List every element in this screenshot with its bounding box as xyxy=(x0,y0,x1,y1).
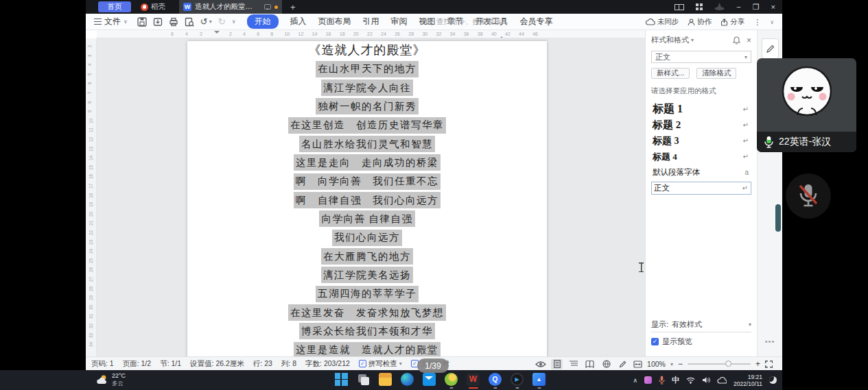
selected-text: 我们心向远方 xyxy=(332,230,402,246)
ribbon-tab-审阅[interactable]: 审阅 xyxy=(391,16,408,27)
restore-button[interactable]: ❐ xyxy=(753,3,760,10)
onedrive-icon[interactable] xyxy=(717,377,727,384)
collapse-ribbon-icon[interactable]: ∨ xyxy=(770,19,774,25)
skin-theme-icon[interactable] xyxy=(714,3,725,11)
current-style-dropdown[interactable]: 正文 ▾ xyxy=(651,51,751,63)
minimize-button[interactable]: − xyxy=(736,3,740,10)
fullscreen-icon[interactable] xyxy=(765,361,773,368)
ribbon-tab-引用[interactable]: 引用 xyxy=(363,16,379,27)
share-button[interactable]: 分享 xyxy=(720,17,744,27)
style-item-标题 3[interactable]: 标题 3↵ xyxy=(646,133,757,149)
taskbar-app-mail[interactable] xyxy=(423,373,436,386)
export-icon[interactable] xyxy=(153,17,163,27)
redo-button[interactable]: ↻ xyxy=(218,16,226,27)
tray-app-icon[interactable] xyxy=(644,376,652,384)
tab-docer[interactable]: 稻壳 xyxy=(141,2,165,12)
ribbon-right-cluster: 未同步 协作 分享 ⋮ ∨ xyxy=(646,14,774,30)
indent-marker[interactable] xyxy=(214,31,220,38)
ribbon-tab-插入[interactable]: 插入 xyxy=(290,16,307,27)
collaborate-button[interactable]: 协作 xyxy=(688,17,712,27)
zoom-in-button[interactable]: + xyxy=(755,359,760,369)
ribbon-tab-页面布局[interactable]: 页面布局 xyxy=(318,16,351,27)
more-options-icon[interactable]: ⋮ xyxy=(753,18,761,27)
show-filter-dropdown[interactable]: 显示: 有效样式 ▾ xyxy=(651,319,751,332)
window-controls: − ❐ × xyxy=(675,3,775,11)
right-indent-icon[interactable] xyxy=(499,34,504,38)
print-icon[interactable] xyxy=(169,17,178,27)
taskbar-app-edge[interactable] xyxy=(401,373,414,386)
taskbar-app-start[interactable] xyxy=(335,373,348,386)
document-page[interactable]: 《造就人才的殿堂》 在山水甲天下的地方漓江学院令人向往独树一帜的名门新秀在这里创… xyxy=(187,41,547,356)
tray-expand-icon[interactable]: ∧ xyxy=(633,377,637,384)
taskbar-app-wps[interactable]: W xyxy=(467,373,480,386)
tab-home[interactable]: 首页 xyxy=(98,1,131,12)
zoom-level[interactable]: 100% xyxy=(647,360,666,368)
tab-docer-label: 稻壳 xyxy=(151,2,165,12)
command-search[interactable]: 查找命令、搜索模板 xyxy=(425,16,502,27)
print-preview-icon[interactable] xyxy=(185,17,194,27)
zoom-slider-knob[interactable] xyxy=(725,361,731,367)
taskbar-app-netdisk[interactable]: ▲ xyxy=(532,373,546,386)
file-menu[interactable]: 文件 ∨ xyxy=(94,16,128,27)
taskbar-app-quark[interactable]: Q xyxy=(489,373,502,386)
tray-clock[interactable]: 19:21 2022/10/11 xyxy=(734,374,762,387)
taskbar-app-taskview[interactable] xyxy=(357,373,370,386)
style-item-标题 2[interactable]: 标题 2↵ xyxy=(646,117,757,133)
style-item-正文[interactable]: 正文↵ xyxy=(651,182,751,195)
ink-annotation-tool[interactable] xyxy=(762,38,779,59)
mic-muted-icon xyxy=(797,183,819,209)
outline-view-button[interactable] xyxy=(567,359,579,369)
bell-icon[interactable] xyxy=(733,36,740,45)
spell-caret-icon: ▾ xyxy=(399,361,402,367)
page-view-button[interactable] xyxy=(551,359,563,369)
participant-video-tile[interactable]: 22英语-张汉 xyxy=(757,58,856,152)
app-grid-icon[interactable] xyxy=(696,3,703,10)
eye-protect-icon[interactable] xyxy=(535,361,546,368)
speaker-icon[interactable] xyxy=(702,376,710,384)
player-icon: ▶ xyxy=(511,373,524,386)
ribbon-tab-会员专享[interactable]: 会员专享 xyxy=(520,16,553,27)
panel-close-icon[interactable]: × xyxy=(747,36,751,45)
show-preview-checkbox[interactable]: ✓ 显示预览 xyxy=(651,337,751,347)
read-layout-button[interactable] xyxy=(584,359,596,369)
ime-indicator[interactable]: 中 xyxy=(672,375,679,385)
taskbar-app-globe[interactable] xyxy=(445,373,458,386)
split-view-icon[interactable] xyxy=(675,4,684,10)
sync-status[interactable]: 未同步 xyxy=(646,17,679,27)
clear-format-button[interactable]: 清除格式 xyxy=(696,68,736,79)
style-item-标题 4[interactable]: 标题 4↵ xyxy=(646,149,757,164)
save-icon[interactable] xyxy=(137,17,147,27)
spell-check-toggle[interactable]: ✓ 拼写检查 ▾ xyxy=(359,359,402,369)
fit-page-icon[interactable] xyxy=(633,361,642,368)
close-button[interactable]: × xyxy=(771,3,775,10)
new-style-button[interactable]: 新样式... xyxy=(651,68,690,79)
zoom-out-button[interactable]: − xyxy=(678,359,683,369)
undo-caret-icon[interactable]: ▾ xyxy=(209,19,212,25)
zoom-caret-icon[interactable]: ▾ xyxy=(670,361,673,367)
mic-in-use-icon[interactable] xyxy=(659,376,665,385)
document-canvas[interactable]: 《造就人才的殿堂》 在山水甲天下的地方漓江学院令人向往独树一帜的名门新秀在这里创… xyxy=(97,38,645,356)
search-icon xyxy=(425,19,433,26)
muted-mic-button[interactable] xyxy=(786,173,831,219)
new-tab-button[interactable]: + xyxy=(290,2,296,12)
web-layout-button[interactable] xyxy=(600,359,612,369)
undo-button[interactable]: ↺▾ xyxy=(200,16,212,27)
style-item-标题 1[interactable]: 标题 1↵ xyxy=(646,101,757,117)
zoom-slider[interactable] xyxy=(688,363,751,365)
night-mode-icon[interactable] xyxy=(769,376,777,384)
vertical-ruler[interactable]: 2345678910111213141516171819202122232425… xyxy=(86,38,97,356)
writing-mode-button[interactable] xyxy=(617,359,629,369)
taskbar-app-player[interactable]: ▶ xyxy=(511,373,524,386)
vertical-scrollbar[interactable] xyxy=(775,204,781,232)
taskbar-weather-widget[interactable]: 22°C 多云 xyxy=(96,372,126,387)
style-item-默认段落字体[interactable]: 默认段落字体a xyxy=(646,164,757,180)
doc-line: 在这里发奋 发奋求知放飞梦想 xyxy=(187,303,547,321)
tab-document[interactable]: W 造就人才的殿堂歌词.docx xyxy=(179,0,282,14)
strip-more-icon[interactable]: ••• xyxy=(758,337,782,345)
wifi-icon[interactable] xyxy=(686,377,695,384)
panel-title-caret-icon[interactable]: ▾ xyxy=(691,37,694,43)
comment-bubble-icon[interactable] xyxy=(264,4,271,10)
ribbon-tab-开始[interactable]: 开始 xyxy=(247,14,279,29)
customize-toolbar-icon[interactable]: ∨ xyxy=(232,19,236,25)
taskbar-app-explorer[interactable] xyxy=(379,373,392,386)
